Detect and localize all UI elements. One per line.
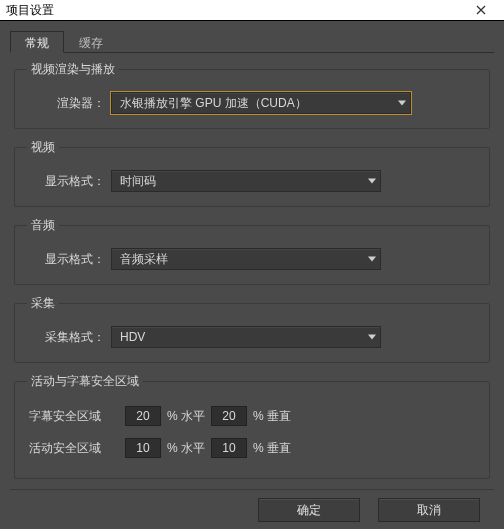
group-capture-legend: 采集 (27, 295, 59, 312)
group-audio: 音频 显示格式： 音频采样 (14, 217, 490, 285)
select-renderer-value: 水银播放引擎 GPU 加速（CUDA） (120, 95, 307, 112)
unit-pct-v: % 垂直 (253, 440, 291, 457)
group-capture: 采集 采集格式： HDV (14, 295, 490, 363)
input-title-safe-h[interactable] (125, 406, 161, 426)
input-action-safe-v[interactable] (211, 438, 247, 458)
group-video: 视频 显示格式： 时间码 (14, 139, 490, 207)
group-safe-areas-legend: 活动与字幕安全区域 (27, 373, 143, 390)
row-capture-format: 采集格式： HDV (25, 326, 479, 348)
label-video-format: 显示格式： (25, 173, 105, 190)
chevron-down-icon (368, 335, 376, 340)
select-capture-format-value: HDV (120, 330, 145, 344)
input-action-safe-h[interactable] (125, 438, 161, 458)
select-audio-format-value: 音频采样 (120, 251, 168, 268)
select-audio-format[interactable]: 音频采样 (111, 248, 381, 270)
unit-pct-h: % 水平 (167, 408, 205, 425)
group-safe-areas: 活动与字幕安全区域 字幕安全区域 % 水平 % 垂直 活动安全区域 % 水平 %… (14, 373, 490, 479)
window-title: 项目设置 (6, 2, 462, 19)
group-audio-legend: 音频 (27, 217, 59, 234)
group-render-playback-legend: 视频渲染与播放 (27, 61, 119, 78)
row-video-format: 显示格式： 时间码 (25, 170, 479, 192)
unit-pct-v: % 垂直 (253, 408, 291, 425)
row-title-safe: 字幕安全区域 % 水平 % 垂直 (25, 400, 479, 432)
label-title-safe: 字幕安全区域 (29, 408, 119, 425)
close-icon (476, 5, 486, 15)
project-settings-window: 项目设置 常规 缓存 视频渲染与播放 渲染器： 水银播放引擎 GPU 加速（CU… (0, 0, 504, 529)
tab-general[interactable]: 常规 (10, 31, 64, 53)
tab-cache[interactable]: 缓存 (64, 31, 118, 53)
select-video-format-value: 时间码 (120, 173, 156, 190)
general-panel: 视频渲染与播放 渲染器： 水银播放引擎 GPU 加速（CUDA） 视频 显示格式… (10, 53, 494, 489)
dialog-body: 常规 缓存 视频渲染与播放 渲染器： 水银播放引擎 GPU 加速（CUDA） 视… (0, 21, 504, 529)
select-renderer[interactable]: 水银播放引擎 GPU 加速（CUDA） (111, 92, 411, 114)
cancel-button[interactable]: 取消 (378, 498, 480, 522)
close-button[interactable] (462, 0, 500, 20)
ok-button[interactable]: 确定 (258, 498, 360, 522)
chevron-down-icon (398, 101, 406, 106)
dialog-buttons: 确定 取消 (10, 489, 494, 529)
row-renderer: 渲染器： 水银播放引擎 GPU 加速（CUDA） (25, 92, 479, 114)
select-capture-format[interactable]: HDV (111, 326, 381, 348)
group-render-playback: 视频渲染与播放 渲染器： 水银播放引擎 GPU 加速（CUDA） (14, 61, 490, 129)
group-video-legend: 视频 (27, 139, 59, 156)
tab-underline (10, 52, 494, 53)
select-video-format[interactable]: 时间码 (111, 170, 381, 192)
titlebar: 项目设置 (0, 0, 504, 21)
chevron-down-icon (368, 257, 376, 262)
input-title-safe-v[interactable] (211, 406, 247, 426)
label-audio-format: 显示格式： (25, 251, 105, 268)
unit-pct-h: % 水平 (167, 440, 205, 457)
tab-bar: 常规 缓存 (10, 31, 494, 53)
row-action-safe: 活动安全区域 % 水平 % 垂直 (25, 432, 479, 464)
row-audio-format: 显示格式： 音频采样 (25, 248, 479, 270)
chevron-down-icon (368, 179, 376, 184)
label-renderer: 渲染器： (25, 95, 105, 112)
label-capture-format: 采集格式： (25, 329, 105, 346)
label-action-safe: 活动安全区域 (29, 440, 119, 457)
